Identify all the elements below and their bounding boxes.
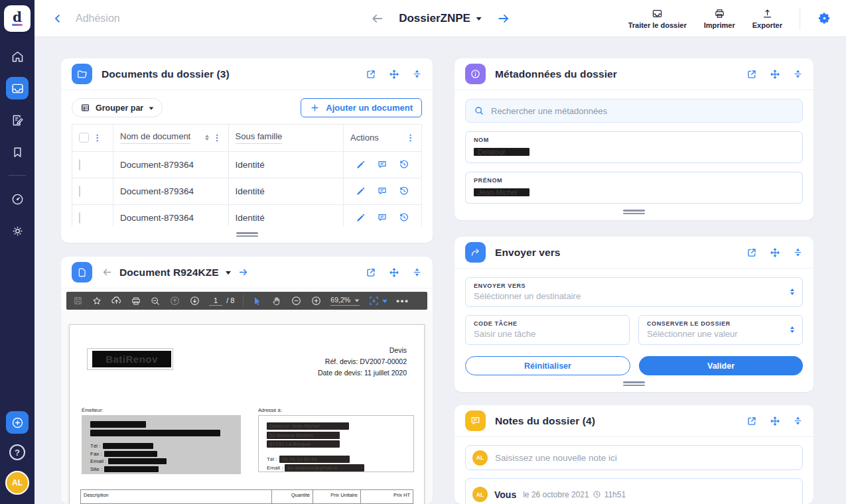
process-dossier-button[interactable]: Traiter le dossier (628, 8, 687, 29)
resize-vertical-icon[interactable] (793, 416, 803, 426)
note-comment-icon (465, 410, 486, 431)
row-checkbox[interactable] (79, 159, 80, 170)
export-button[interactable]: Exporter (752, 8, 782, 29)
group-by-button[interactable]: Grouper par (72, 98, 163, 117)
table-row[interactable]: Document-879364 Identité (72, 178, 422, 204)
dossier-prev-arrow-icon[interactable] (370, 11, 384, 26)
note-time: 11h51 (604, 490, 626, 499)
resize-vertical-icon[interactable] (793, 247, 803, 258)
open-external-icon[interactable] (746, 247, 757, 258)
row-checkbox[interactable] (79, 212, 80, 223)
documents-panel-title: Documents du dossier (3) (102, 68, 230, 80)
print-button[interactable]: Imprimer (704, 8, 735, 29)
comment-icon[interactable] (377, 212, 388, 223)
metadata-search-input[interactable] (491, 106, 794, 116)
cursor-select-icon[interactable] (252, 296, 263, 306)
print-icon[interactable] (131, 296, 141, 306)
resize-vertical-icon[interactable] (793, 69, 803, 80)
metadata-field-nom[interactable]: NOM Delatour (465, 131, 803, 163)
keep-dossier-select[interactable]: CONSERVER LE DOSSIER Séléctionner une va… (638, 315, 803, 345)
edit-pencil-icon[interactable] (356, 160, 366, 170)
page-current-input[interactable]: 1 (209, 296, 222, 306)
panel-drag-handle[interactable] (61, 226, 433, 243)
upload-cloud-icon[interactable] (111, 295, 122, 306)
fit-page-icon[interactable] (368, 295, 388, 306)
sidebar-item-dashboard[interactable] (6, 188, 29, 210)
edit-pencil-icon[interactable] (356, 213, 366, 223)
history-icon[interactable] (399, 159, 409, 170)
note-item[interactable]: AL Vous le 26 octobre 2021 11h51 (465, 478, 803, 504)
move-panel-icon[interactable] (770, 69, 780, 80)
sidebar-item-notes[interactable] (6, 109, 29, 131)
sidebar-item-settings[interactable] (6, 220, 29, 242)
circle-plus-icon (11, 416, 25, 430)
chevron-down-icon[interactable] (226, 271, 231, 275)
sidebar-item-home[interactable] (6, 45, 29, 68)
sidebar-item-bookmark[interactable] (6, 141, 29, 163)
comment-icon[interactable] (377, 159, 388, 170)
zoom-level-select[interactable]: 69,2% (330, 296, 360, 306)
validate-button[interactable]: Valider (639, 356, 803, 375)
open-external-icon[interactable] (746, 69, 757, 80)
column-menu-icon[interactable]: ⋮ (406, 133, 415, 142)
open-external-icon[interactable] (366, 267, 376, 278)
column-header-subfamily[interactable]: Sous famille (236, 131, 283, 144)
move-panel-icon[interactable] (389, 69, 399, 80)
open-external-icon[interactable] (366, 69, 376, 80)
sort-icon[interactable] (205, 135, 209, 141)
add-document-button[interactable]: Ajouter un document (301, 98, 422, 117)
hand-pan-icon[interactable] (271, 296, 282, 306)
metadata-field-prenom[interactable]: PRÉNOM Jean-Michel (465, 172, 803, 204)
zoom-in-icon[interactable] (311, 295, 322, 306)
move-panel-icon[interactable] (770, 247, 780, 258)
sidebar-add-button[interactable] (6, 411, 29, 434)
help-button[interactable]: ? (9, 444, 25, 460)
back-chevron-icon[interactable] (52, 13, 64, 25)
reset-button[interactable]: Réinitialiser (465, 356, 630, 375)
zoom-out-icon[interactable] (291, 295, 302, 306)
column-menu-icon[interactable]: ⋮ (93, 133, 102, 142)
more-options-icon[interactable]: ••• (396, 296, 409, 306)
task-code-placeholder: Saisir une tâche (474, 329, 621, 339)
document-prev-arrow-icon[interactable] (102, 267, 113, 278)
history-icon[interactable] (399, 186, 409, 196)
dossier-selector[interactable]: DossierZNPE (399, 12, 482, 25)
pdf-viewport[interactable]: BatiRenov Devis Réf. devis: DV2007-00002… (61, 310, 433, 504)
comment-icon[interactable] (377, 186, 388, 196)
recipient-select[interactable]: ENVOYER VERS Séléctionner un destinatair… (465, 277, 803, 307)
page-down-icon[interactable] (189, 295, 200, 306)
search-zoom-icon[interactable] (150, 296, 161, 306)
row-checkbox[interactable] (79, 186, 80, 197)
app-logo[interactable]: d (4, 5, 31, 32)
settings-gear-icon[interactable] (817, 11, 831, 25)
resize-vertical-icon[interactable] (412, 267, 422, 278)
dossier-next-arrow-icon[interactable] (496, 11, 511, 26)
task-code-input[interactable]: CODE TÂCHE Saisir une tâche (465, 315, 630, 345)
edit-pencil-icon[interactable] (356, 186, 366, 196)
panel-drag-handle[interactable] (455, 204, 813, 220)
move-panel-icon[interactable] (770, 416, 780, 426)
select-all-checkbox[interactable] (79, 133, 89, 143)
table-row[interactable]: Document-879364 Identité (72, 151, 422, 178)
panel-drag-handle[interactable] (455, 375, 813, 392)
document-name-cell: Document-879364 (113, 178, 229, 204)
document-next-arrow-icon[interactable] (238, 267, 249, 278)
move-panel-icon[interactable] (389, 267, 399, 278)
inbox-icon (11, 82, 25, 95)
user-avatar[interactable]: AL (5, 471, 29, 495)
table-row[interactable]: Document-879364 Identité (72, 204, 422, 226)
column-header-name[interactable]: Nom de document (120, 131, 190, 144)
grid-icon (80, 103, 90, 113)
save-icon[interactable] (73, 296, 83, 306)
new-note-input[interactable]: AL Saisissez une nouvelle note ici (465, 445, 803, 470)
star-icon[interactable] (92, 296, 102, 306)
metadata-panel-title: Métadonnées du dossier (495, 68, 617, 80)
document-viewer-panel: Document R924KZE (61, 257, 433, 504)
resize-vertical-icon[interactable] (412, 69, 422, 80)
history-icon[interactable] (399, 212, 409, 223)
open-external-icon[interactable] (746, 416, 757, 426)
column-menu-icon[interactable]: ⋮ (213, 133, 222, 142)
redacted-text: 52 Avenue Molière (267, 432, 340, 439)
page-up-icon[interactable] (169, 295, 180, 306)
sidebar-item-inbox[interactable] (6, 77, 29, 99)
